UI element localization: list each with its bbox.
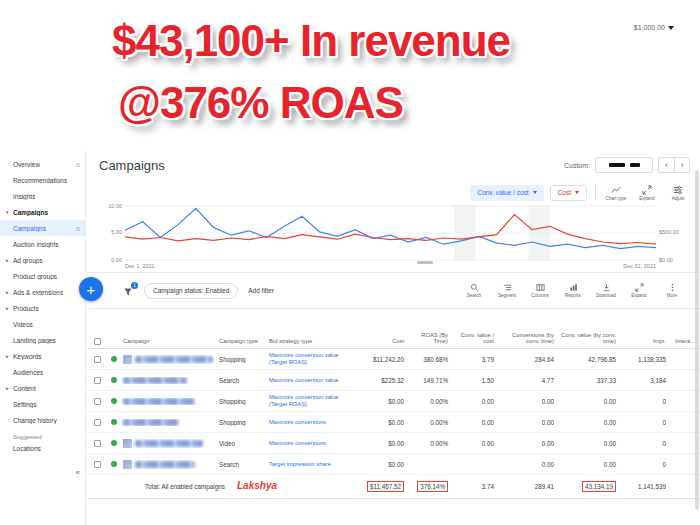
cell-bid-strategy[interactable]: Maximize conversion value (Target ROAS) [267, 352, 359, 366]
row-checkbox[interactable] [94, 356, 101, 363]
table-tool-reports[interactable]: Reports [561, 283, 585, 298]
redacted-campaign-name [135, 461, 195, 468]
expand-icon [642, 185, 652, 195]
campaign-name-cell[interactable] [121, 377, 217, 384]
column-header-type[interactable]: Campaign type [217, 338, 267, 345]
sidebar-item-campaigns[interactable]: Campaigns⌂ [0, 220, 85, 236]
table-tool-expand[interactable]: Expand [627, 283, 651, 298]
campaign-name-cell[interactable] [121, 355, 217, 364]
vertical-scrollbar[interactable] [695, 170, 699, 510]
column-header-conversions[interactable]: Conversions (by conv. time) [499, 332, 559, 345]
table-tool-segment[interactable]: Segment [495, 283, 519, 298]
total-cell-cvc: 3.74 [453, 483, 499, 490]
sidebar-item-overview[interactable]: Overview⌂ [0, 156, 85, 172]
chart-scrubber-handle[interactable] [417, 261, 433, 264]
sidebar-item-label: Content [13, 385, 36, 392]
sidebar-item-campaigns[interactable]: ▾Campaigns [0, 204, 85, 220]
google-ads-app: Overview⌂RecommendationsInsights▾Campaig… [0, 150, 700, 525]
sidebar-item-videos[interactable]: Videos [0, 316, 85, 332]
cell-bid-strategy[interactable]: Maximize conversions [267, 440, 359, 447]
sidebar-item-ads-extensions[interactable]: ▸Ads & extensions [0, 284, 85, 300]
sidebar-item-recommendations[interactable]: Recommendations [0, 172, 85, 188]
sidebar-item-content[interactable]: ▸Content [0, 380, 85, 396]
row-checkbox[interactable] [94, 461, 101, 468]
column-header-roas[interactable]: ROAS (By Time) [409, 332, 453, 345]
cell-bid-strategy[interactable]: Maximize conversions [267, 419, 359, 426]
divider [595, 185, 596, 200]
column-header-campaign[interactable]: Campaign [121, 338, 217, 345]
previous-period-button[interactable]: ‹ [659, 158, 674, 172]
chart-tool-chart-type[interactable]: Chart type [604, 185, 628, 201]
sidebar-item-keywords[interactable]: ▸Keywords [0, 348, 85, 364]
status-enabled-dot[interactable] [111, 377, 117, 383]
sidebar-item-audiences[interactable]: Audiences [0, 364, 85, 380]
date-range-picker[interactable] [595, 157, 653, 173]
campaign-name-cell[interactable] [121, 398, 217, 405]
sidebar-item-insights[interactable]: Insights [0, 188, 85, 204]
right-axis-top-label: $1,000.00 [634, 24, 674, 31]
table-tool-more[interactable]: More [660, 283, 684, 298]
status-enabled-dot[interactable] [111, 461, 117, 467]
total-cell-impr: 1,141,539 [621, 483, 671, 490]
campaign-thumbnail [123, 460, 132, 469]
cell-bid-strategy[interactable]: Maximize conversion value [267, 377, 359, 384]
column-header-impr[interactable]: Impr. [621, 338, 671, 345]
sidebar-item-change-history[interactable]: Change history [0, 412, 85, 428]
sidebar-item-settings[interactable]: Settings [0, 396, 85, 412]
chevron-down-icon: ▾ [6, 209, 13, 215]
status-enabled-dot[interactable] [111, 419, 117, 425]
home-icon: ⌂ [76, 161, 80, 168]
column-header-bid[interactable]: Bid strategy type [267, 338, 359, 345]
axis-tick: 5.00 [111, 229, 122, 235]
filter-funnel-button[interactable]: 1 [123, 285, 135, 297]
total-cell-convvalue: 43,134.19 [559, 481, 621, 492]
sidebar-collapse-button[interactable]: « [76, 468, 80, 477]
new-campaign-fab[interactable]: + [79, 277, 103, 301]
chart-tool-expand[interactable]: Expand [635, 185, 659, 201]
sidebar-item-locations[interactable]: Locations [0, 440, 85, 456]
sidebar-item-products[interactable]: ▸Products [0, 300, 85, 316]
metric-selector-cost[interactable]: Cost [550, 185, 587, 201]
date-range-controls: Custom: ‹ › [564, 157, 690, 173]
table-tool-search[interactable]: Search [462, 283, 486, 298]
row-checkbox[interactable] [94, 377, 101, 384]
row-checkbox[interactable] [94, 419, 101, 426]
row-checkbox[interactable] [94, 440, 101, 447]
table-row: SearchMaximize conversion value$225.3214… [87, 370, 700, 391]
sidebar-item-landing-pages[interactable]: Landing pages [0, 332, 85, 348]
campaign-name-cell[interactable] [121, 439, 217, 448]
chevron-right-icon: ▸ [6, 305, 13, 311]
column-header-cvc[interactable]: Conv. value / cost [453, 332, 499, 345]
cell-bid-strategy[interactable]: Maximize conversion value (Target ROAS) [267, 394, 359, 408]
metric-label: Conv. value / cost [477, 189, 528, 196]
series-conv-value-cost [125, 208, 656, 248]
campaign-status-filter-chip[interactable]: Campaign status: Enabled [144, 283, 238, 299]
x-axis-start-label: Dec 1, 2021 [125, 263, 155, 269]
x-axis-end-label: Dec 31, 2021 [623, 263, 656, 269]
select-all-checkbox[interactable] [94, 338, 101, 345]
chart-tool-adjust[interactable]: Adjust [666, 185, 690, 201]
sidebar-item-product-groups[interactable]: Product groups [0, 268, 85, 284]
table-tool-download[interactable]: Download [594, 283, 618, 298]
left-axis: 10.00 5.00 0.00 [99, 205, 125, 261]
column-header-cost[interactable]: Cost [359, 338, 409, 345]
sidebar-item-label: Videos [13, 321, 33, 328]
next-period-button[interactable]: › [674, 158, 689, 172]
status-enabled-dot[interactable] [111, 356, 117, 362]
sidebar-item-label: Ads & extensions [13, 289, 63, 296]
status-enabled-dot[interactable] [111, 398, 117, 404]
cell-bid-strategy[interactable]: Target impression share [267, 461, 359, 468]
filter-count-badge: 1 [131, 282, 138, 289]
sidebar-item-ad-groups[interactable]: ▸Ad groups [0, 252, 85, 268]
add-filter-button[interactable]: Add filter [248, 287, 274, 294]
row-checkbox[interactable] [94, 398, 101, 405]
table-tool-columns[interactable]: Columns [528, 283, 552, 298]
column-header-convvalue[interactable]: Conv. value (by conv. time) [559, 332, 621, 345]
sidebar-item-auction-insights[interactable]: Auction insights [0, 236, 85, 252]
chevron-right-icon: ▸ [6, 289, 13, 295]
campaign-name-cell[interactable] [121, 460, 217, 469]
status-enabled-dot[interactable] [111, 440, 117, 446]
metric-selector-conv-value-cost[interactable]: Conv. value / cost [470, 185, 543, 201]
chart-controls: Conv. value / cost Cost Chart typeExpand… [99, 180, 690, 205]
campaign-name-cell[interactable] [121, 419, 217, 426]
